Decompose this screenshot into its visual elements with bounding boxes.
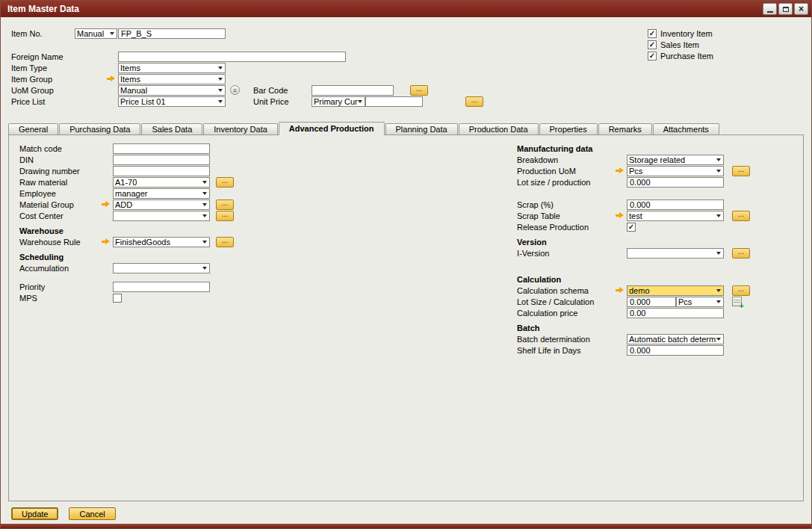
cost-center-browse-button[interactable]: ... [216,211,234,221]
link-arrow-icon[interactable] [616,167,624,174]
production-uom-dropdown[interactable]: Pcs [627,166,724,176]
dropdown-arrow-icon [716,289,721,292]
cancel-button[interactable]: Cancel [69,507,115,520]
link-arrow-icon[interactable] [102,201,110,208]
purchase-item-checkbox[interactable]: ✓ [648,52,657,61]
version-section-header: Version [517,236,812,247]
calculation-schema-dropdown[interactable]: demo [627,285,724,296]
uom-group-info-icon[interactable]: ≡ [230,85,240,95]
match-code-input[interactable] [113,143,210,154]
label-text: Material Group [19,200,74,209]
i-version-browse-button[interactable]: ... [732,248,750,259]
foreign-name-input[interactable] [118,52,346,62]
item-group-dropdown[interactable]: Items [118,74,226,84]
section-title: Batch [517,324,540,332]
inventory-item-label: Inventory Item [660,29,713,38]
item-no-mode-dropdown[interactable]: Manual [75,28,117,39]
calculation-price-input[interactable]: 0.00 [627,308,724,318]
calculation-price-label: Calculation price [517,309,627,318]
lot-size-calculation-input[interactable]: 0.000 [627,297,676,307]
maximize-button[interactable] [778,3,793,15]
breakdown-dropdown[interactable]: Storage related [627,155,724,165]
raw-material-browse-button[interactable]: ... [216,177,234,188]
tab-attachments[interactable]: Attachments [653,123,719,135]
material-group-dropdown[interactable]: ADD [113,199,210,210]
din-input[interactable] [113,155,210,165]
unit-price-currency-dropdown[interactable]: Primary Curr [312,96,365,107]
dropdown-arrow-icon [218,66,223,69]
sales-item-checkbox[interactable]: ✓ [648,40,657,49]
dropdown-value: Pcs [677,297,716,306]
tab-general[interactable]: General [8,123,58,135]
raw-material-dropdown[interactable]: A1-70 [113,177,210,188]
batch-determination-dropdown[interactable]: Automatic batch determina [627,334,724,344]
employee-dropdown[interactable]: manager [113,188,210,199]
lot-size-production-input[interactable]: 0.000 [627,177,724,188]
close-button[interactable]: × [794,3,808,15]
scrap-pct-input[interactable]: 0.000 [627,199,724,210]
scrap-table-browse-button[interactable]: ... [732,211,750,221]
accumulation-row: Accumulation [19,262,273,273]
price-list-dropdown[interactable]: Price List 01 [118,96,226,107]
section-title: Calculation [517,275,561,284]
warehouse-rule-browse-button[interactable]: ... [216,237,234,247]
dropdown-arrow-icon [202,241,207,244]
item-no-row: Item No. Manual FP_B_S [11,28,226,39]
minimize-button[interactable] [763,3,777,15]
add-calculation-icon[interactable]: + [732,297,742,306]
link-arrow-icon[interactable] [102,238,110,245]
item-no-label: Item No. [11,29,75,38]
close-icon: × [799,4,804,13]
mps-checkbox[interactable] [113,294,122,303]
item-flags: ✓ Inventory Item ✓ Sales Item ✓ Purchase… [648,28,713,61]
label-text: Item Group [11,75,52,84]
production-uom-browse-button[interactable]: ... [732,166,750,176]
tab-sales-data[interactable]: Sales Data [141,123,202,135]
tab-inventory-data[interactable]: Inventory Data [203,123,278,135]
tab-remarks[interactable]: Remarks [598,123,652,135]
material-group-browse-button[interactable]: ... [216,199,234,210]
scrap-table-dropdown[interactable]: test [627,211,724,221]
item-no-input[interactable]: FP_B_S [118,28,226,39]
tab-planning-data[interactable]: Planning Data [385,123,458,135]
cost-center-dropdown[interactable] [113,211,210,221]
mps-label: MPS [19,294,113,303]
link-arrow-icon[interactable] [616,212,624,219]
calculation-schema-browse-button[interactable]: ... [732,285,750,296]
unit-price-browse-button[interactable]: ... [465,96,483,107]
drawing-number-row: Drawing number [19,165,273,176]
window-controls: × [763,3,808,15]
label-text: Warehouse Rule [19,238,81,247]
dropdown-value: Items [119,75,218,84]
link-arrow-icon[interactable] [107,75,115,82]
sales-item-label: Sales Item [660,40,699,49]
release-production-checkbox[interactable]: ✓ [627,223,636,232]
priority-input[interactable] [113,282,210,292]
dropdown-value: test [627,211,716,220]
label-text: Production UoM [517,167,576,176]
shelf-life-input[interactable]: 0.000 [627,345,724,356]
uom-group-dropdown[interactable]: Manual [118,85,226,96]
inventory-item-checkbox[interactable]: ✓ [648,29,657,38]
bar-code-browse-button[interactable]: ... [410,85,428,96]
tab-purchasing-data[interactable]: Purchasing Data [59,123,140,135]
unit-price-label: Unit Price [253,97,312,106]
link-arrow-icon[interactable] [616,287,624,294]
bar-code-input[interactable] [312,85,394,96]
update-button[interactable]: Update [11,507,58,520]
tab-bar: General Purchasing Data Sales Data Inven… [8,122,804,135]
accumulation-dropdown[interactable] [113,263,210,273]
i-version-dropdown[interactable] [627,248,724,259]
window-bottom-edge [1,524,811,528]
tab-properties[interactable]: Properties [539,123,598,135]
lot-size-calculation-uom-dropdown[interactable]: Pcs [676,297,724,307]
dropdown-arrow-icon [218,78,223,81]
tab-production-data[interactable]: Production Data [459,123,539,135]
drawing-number-input[interactable] [113,166,210,176]
warehouse-rule-dropdown[interactable]: FinishedGoods [113,237,210,247]
unit-price-input[interactable] [365,96,423,107]
tab-advanced-production[interactable]: Advanced Production [279,122,385,135]
item-type-dropdown[interactable]: Items [118,63,226,73]
warehouse-rule-label: Warehouse Rule [19,238,113,247]
check-icon: ✓ [628,223,634,231]
